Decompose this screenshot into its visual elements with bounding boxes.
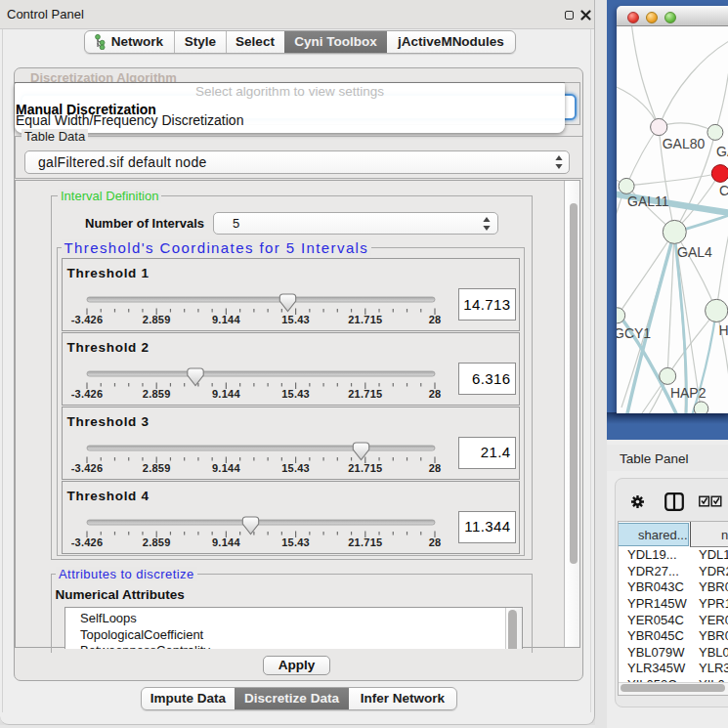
svg-text:C: C — [719, 183, 728, 198]
svg-text:GAL4: GAL4 — [677, 244, 712, 260]
svg-text:GAL11: GAL11 — [627, 193, 669, 209]
svg-text:HAP2: HAP2 — [670, 385, 707, 401]
svg-text:GAL80: GAL80 — [663, 136, 706, 151]
svg-text:H: H — [719, 322, 728, 338]
svg-text:GCY1: GCY1 — [617, 325, 651, 341]
svg-text:GA: GA — [716, 144, 728, 159]
